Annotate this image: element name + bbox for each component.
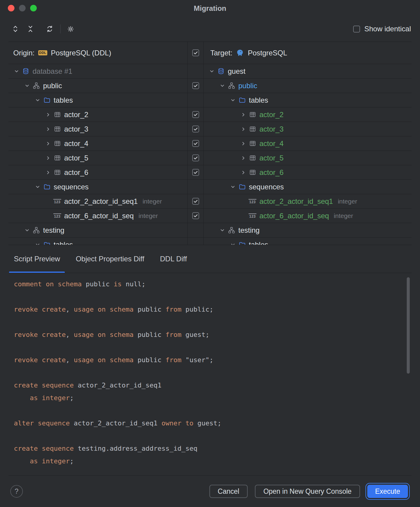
tree-item-label[interactable]: testing [238,226,260,235]
row-check-cell [187,238,204,245]
cancel-button[interactable]: Cancel [209,485,248,498]
database-icon [217,68,225,75]
chevron-right-icon[interactable] [43,126,53,132]
tree-item-label[interactable]: public [43,82,62,90]
tab-ddl-diff[interactable]: DDL Diff [155,245,192,273]
chevron-down-icon[interactable] [228,97,238,104]
chevron-down-icon[interactable] [22,227,32,234]
code-scrollbar-thumb[interactable] [407,277,410,374]
tree-item-label[interactable]: tables [249,96,268,104]
tree-row: actor_5actor_5 [8,151,412,165]
chevron-down-icon[interactable] [33,241,43,245]
execute-button[interactable]: Execute [367,485,408,498]
tree-item-label[interactable]: actor_3 [64,125,88,133]
chevron-down-icon[interactable] [207,68,217,75]
tree-item-label[interactable]: actor_4 [64,139,88,148]
target-cell: actor_5 [204,151,412,165]
tree-item-label[interactable]: actor_6 [64,168,88,177]
tree-item-label[interactable]: actor_2_actor_id_seq1 [259,197,333,206]
row-checkbox[interactable] [192,198,199,205]
chevron-right-icon[interactable] [43,169,53,176]
tree-item-label[interactable]: actor_5 [64,154,88,162]
close-window-button[interactable] [8,5,14,11]
tree-item-label[interactable]: tables [54,96,73,104]
chevron-right-icon[interactable] [43,111,53,118]
tree-item-label[interactable]: testing [43,226,64,235]
sequence-icon: 123 [249,213,256,218]
chevron-right-icon[interactable] [238,169,249,176]
tree-item-label[interactable]: guest [228,67,246,76]
tree-item-label[interactable]: actor_4 [259,139,284,148]
row-checkbox[interactable] [192,169,199,176]
chevron-down-icon[interactable] [22,82,32,89]
origin-cell: tables [8,93,187,107]
tab-object-properties-diff[interactable]: Object Properties Diff [71,245,149,273]
show-identical-checkbox[interactable] [353,26,360,33]
code-line [14,366,406,379]
chevron-down-icon[interactable] [33,97,43,104]
show-identical-toggle[interactable]: Show identical [353,25,411,33]
code-line: revoke create, usage on schema public fr… [14,328,406,341]
chevron-down-icon[interactable] [228,241,238,245]
tree-item-label[interactable]: actor_6 [259,168,284,177]
expand-all-icon[interactable] [9,23,22,35]
select-all-checkbox[interactable] [192,49,199,56]
tree-body: database #1guestpublicpublictablestables… [8,64,412,245]
row-checkbox[interactable] [192,140,199,147]
open-in-new-query-console-button[interactable]: Open in New Query Console [255,485,360,498]
table-icon [249,111,256,118]
row-checkbox[interactable] [192,212,199,219]
tree-item-label[interactable]: tables [249,241,268,245]
chevron-right-icon[interactable] [238,111,249,118]
row-check-cell [187,194,204,208]
refresh-mapping-icon[interactable] [43,23,56,35]
tree-item-label[interactable]: tables [54,241,73,245]
tree-row: tablestables [8,238,412,245]
table-icon [249,154,256,161]
chevron-right-icon[interactable] [238,140,249,147]
tree-item-label[interactable]: database #1 [33,67,72,76]
tab-script-preview[interactable]: Script Preview [9,245,65,273]
sequence-icon: 123 [53,199,61,204]
target-cell: actor_3 [204,122,412,136]
row-checkbox[interactable] [192,154,199,161]
code-content: comment on schema public is null; revoke… [14,278,406,468]
chevron-down-icon[interactable] [217,227,227,234]
row-checkbox[interactable] [192,126,199,132]
collapse-all-icon[interactable] [24,23,37,35]
chevron-right-icon[interactable] [238,155,249,161]
zoom-window-button[interactable] [30,5,37,11]
target-cell: tables [204,238,412,245]
tree-row: tablestables [8,93,412,107]
chevron-down-icon[interactable] [11,68,22,75]
row-checkbox[interactable] [192,82,199,89]
settings-gear-icon[interactable] [64,23,77,35]
row-check-cell [187,64,204,78]
target-cell: public [204,79,412,93]
chevron-right-icon[interactable] [238,126,249,132]
toolbar: Show identical [0,16,420,42]
tree-item-label[interactable]: actor_2 [64,110,88,119]
tree-item-label[interactable]: actor_2_actor_id_seq1 [64,197,138,206]
tree-item-label[interactable]: actor_3 [259,125,284,133]
chevron-right-icon[interactable] [43,140,53,147]
origin-cell: 123actor_6_actor_id_seqinteger [8,209,187,223]
tree-item-label[interactable]: actor_6_actor_id_seq [64,212,134,220]
tree-item-label[interactable]: actor_6_actor_id_seq [259,212,329,220]
script-preview-editor[interactable]: comment on schema public is null; revoke… [8,273,412,476]
chevron-down-icon[interactable] [228,184,238,190]
tree-item-label[interactable]: sequences [249,183,284,191]
tree-item-label[interactable]: actor_2 [259,110,284,119]
tree-item-label[interactable]: public [238,82,257,90]
origin-cell: actor_6 [8,165,187,179]
chevron-right-icon[interactable] [43,155,53,161]
target-cell: sequences [204,180,412,194]
sequence-icon: 123 [53,213,61,218]
minimize-window-button [19,5,26,11]
tree-item-label[interactable]: actor_5 [259,154,284,162]
help-button[interactable]: ? [10,485,23,498]
chevron-down-icon[interactable] [33,184,43,190]
tree-item-label[interactable]: sequences [54,183,89,191]
chevron-down-icon[interactable] [217,82,227,89]
row-checkbox[interactable] [192,111,199,118]
